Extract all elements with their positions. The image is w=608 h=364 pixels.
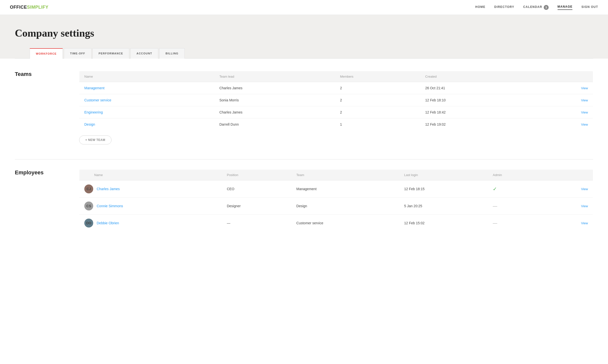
team-name: Engineering [79,106,215,118]
emp-admin: — [488,215,543,232]
team-created: 12 Feb 18:10 [420,94,531,106]
avatar: CJ [84,184,93,193]
section-divider [15,159,593,159]
team-view: View [531,118,593,131]
calendar-badge: 3 [544,5,549,10]
teams-col-lead: Team lead [214,71,335,82]
emp-col-team: Team [292,170,399,181]
emp-team: Management [292,181,399,198]
nav-home[interactable]: HOME [475,5,485,10]
emp-col-position: Position [222,170,291,181]
emp-col-name: Name [79,170,222,181]
new-team-button[interactable]: + NEW TEAM [79,136,112,144]
nav-directory[interactable]: DIRECTORY [494,5,514,10]
view-link[interactable]: View [581,86,588,90]
team-name-link[interactable]: Design [84,122,95,126]
tab-account[interactable]: ACCOUNT [130,48,158,59]
emp-position: Designer [222,198,291,215]
emp-last-login: 5 Jan 20:25 [399,198,488,215]
emp-name-cell: DO Debbie Obrien [79,215,222,232]
emp-team: Customer service [292,215,399,232]
teams-col-actions [531,71,593,82]
tab-performance[interactable]: PERFORMANCE [92,48,129,59]
table-row: CS Connie Simmons Designer Design 5 Jan … [79,198,593,215]
view-link[interactable]: View [581,98,588,102]
teams-table: Name Team lead Members Created Managemen… [79,71,593,131]
team-lead: Charles James [214,82,335,94]
table-row: Design Darrell Dunn 1 12 Feb 19:02 View [79,118,593,131]
table-row: CJ Charles James CEO Management 12 Feb 1… [79,181,593,198]
view-link[interactable]: View [581,187,588,191]
emp-name-link[interactable]: Debbie Obrien [97,221,119,225]
tab-timeoff[interactable]: TIME-OFF [64,48,91,59]
nav-calendar[interactable]: CALENDAR [523,5,542,10]
teams-col-name: Name [79,71,215,82]
tabs-bar: WORKFORCE TIME-OFF PERFORMANCE ACCOUNT B… [15,48,593,59]
nav-calendar-wrapper: CALENDAR 3 [523,5,549,10]
view-link[interactable]: View [581,111,588,114]
team-name-link[interactable]: Management [84,86,105,90]
emp-name-link[interactable]: Charles James [97,187,120,191]
team-lead: Sonia Morris [214,94,335,106]
teams-section: Teams Name Team lead Members Created [15,71,593,144]
page-header: Company settings WORKFORCE TIME-OFF PERF… [0,15,608,59]
teams-col-members: Members [335,71,420,82]
team-view: View [531,106,593,118]
tab-billing[interactable]: BILLING [159,48,184,59]
avatar-cell: CS Connie Simmons [84,202,217,210]
emp-last-login: 12 Feb 15:02 [399,215,488,232]
emp-view: View [543,198,593,215]
employees-section-title: Employees [15,169,64,176]
avatar-cell: CJ Charles James [84,184,217,193]
emp-col-lastlogin: Last login [399,170,488,181]
emp-view: View [543,215,593,232]
main-content: Teams Name Team lead Members Created [0,59,608,364]
table-row: DO Debbie Obrien — Customer service 12 F… [79,215,593,232]
teams-section-title: Teams [15,71,64,77]
emp-name-cell: CS Connie Simmons [79,198,222,215]
nav-signout[interactable]: SIGN OUT [581,5,598,10]
emp-admin: ✓ [488,181,543,198]
team-members: 1 [335,118,420,131]
team-lead: Darrell Dunn [214,118,335,131]
employees-table: Name Position Team Last login Admin CJ C… [79,169,593,232]
team-view: View [531,82,593,94]
emp-team: Design [292,198,399,215]
team-name-link[interactable]: Engineering [84,110,103,114]
navigation: OFFICESIMPLIFY HOME DIRECTORY CALENDAR 3… [0,0,608,15]
view-link[interactable]: View [581,204,588,208]
nav-links: HOME DIRECTORY CALENDAR 3 MANAGE SIGN OU… [475,5,598,10]
team-lead: Charles James [214,106,335,118]
admin-dash: — [493,204,497,208]
team-created: 12 Feb 19:02 [420,118,531,131]
emp-position: CEO [222,181,291,198]
team-name: Management [79,82,215,94]
emp-name-cell: CJ Charles James [79,181,222,198]
teams-col-created: Created [420,71,531,82]
team-name-link[interactable]: Customer service [84,98,111,102]
emp-position: — [222,215,291,232]
emp-col-actions [543,170,593,181]
admin-dash: — [493,221,497,226]
logo: OFFICESIMPLIFY [10,5,48,10]
view-link[interactable]: View [581,123,588,126]
page-title: Company settings [15,27,593,39]
avatar: DO [84,219,93,228]
emp-name-link[interactable]: Connie Simmons [97,204,123,208]
tab-workforce[interactable]: WORKFORCE [30,48,63,59]
nav-manage[interactable]: MANAGE [558,5,573,10]
team-created: 12 Feb 18:42 [420,106,531,118]
emp-col-admin: Admin [488,170,543,181]
team-members: 2 [335,106,420,118]
logo-simplify: SIMPLIFY [27,5,48,10]
team-name: Customer service [79,94,215,106]
avatar-cell: DO Debbie Obrien [84,219,217,228]
emp-admin: — [488,198,543,215]
admin-check-icon: ✓ [493,186,497,192]
team-members: 2 [335,94,420,106]
emp-last-login: 12 Feb 18:15 [399,181,488,198]
table-row: Engineering Charles James 2 12 Feb 18:42… [79,106,593,118]
table-row: Customer service Sonia Morris 2 12 Feb 1… [79,94,593,106]
view-link[interactable]: View [581,221,588,225]
team-created: 26 Oct 21:41 [420,82,531,94]
